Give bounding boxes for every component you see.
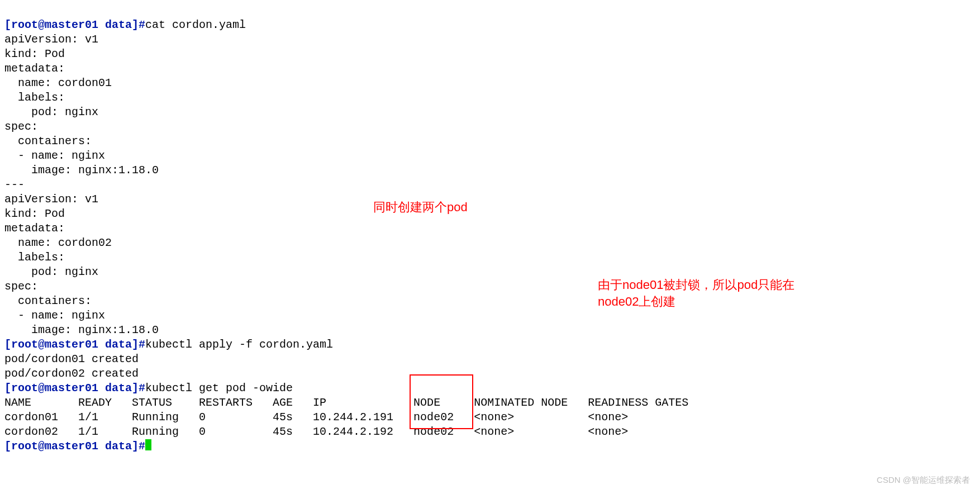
prompt: [root@master01 data]# bbox=[4, 338, 145, 351]
yaml-line: labels: bbox=[4, 91, 65, 104]
cursor-icon bbox=[145, 439, 151, 450]
cmd-apply: kubectl apply -f cordon.yaml bbox=[145, 338, 333, 351]
yaml-line: apiVersion: v1 bbox=[4, 193, 98, 206]
annotation-text-line: 由于node01被封锁，所以pod只能在 bbox=[598, 278, 795, 292]
yaml-line: metadata: bbox=[4, 222, 65, 235]
yaml-line: name: cordon02 bbox=[4, 236, 112, 249]
yaml-line: kind: Pod bbox=[4, 48, 65, 60]
yaml-line: apiVersion: v1 bbox=[4, 33, 98, 46]
yaml-line: - name: nginx bbox=[4, 149, 105, 162]
annotation-create-two-pods: 同时创建两个pod bbox=[373, 199, 468, 216]
prompt: [root@master01 data]# bbox=[4, 440, 145, 453]
yaml-line: --- bbox=[4, 178, 25, 191]
highlight-box-node bbox=[410, 374, 473, 429]
table-row: cordon01 1/1 Running 0 45s 10.244.2.191 … bbox=[4, 411, 628, 424]
yaml-line: containers: bbox=[4, 294, 92, 307]
annotation-node01-cordoned: 由于node01被封锁，所以pod只能在 node02上创建 bbox=[598, 277, 795, 310]
yaml-line: spec: bbox=[4, 280, 38, 293]
arrow-icon bbox=[0, 457, 980, 494]
yaml-line: - name: nginx bbox=[4, 309, 105, 322]
terminal[interactable]: [root@master01 data]#cat cordon.yaml api… bbox=[0, 0, 980, 457]
watermark-text: CSDN @智能运维探索者 bbox=[877, 473, 970, 487]
cmd-get: kubectl get pod -owide bbox=[145, 382, 293, 395]
yaml-line: containers: bbox=[4, 135, 92, 148]
annotation-text: 同时创建两个pod bbox=[373, 200, 468, 214]
yaml-line: pod: nginx bbox=[4, 106, 98, 118]
table-header: NAME READY STATUS RESTARTS AGE IP NODE N… bbox=[4, 396, 688, 409]
yaml-line: spec: bbox=[4, 120, 38, 133]
yaml-line: metadata: bbox=[4, 62, 65, 75]
table-row: cordon02 1/1 Running 0 45s 10.244.2.192 … bbox=[4, 425, 628, 438]
yaml-line: name: cordon01 bbox=[4, 77, 112, 89]
prompt: [root@master01 data]# bbox=[4, 382, 145, 395]
yaml-line: pod: nginx bbox=[4, 265, 98, 278]
yaml-line: image: nginx:1.18.0 bbox=[4, 164, 159, 177]
cmd-cat: cat cordon.yaml bbox=[145, 18, 246, 31]
apply-output: pod/cordon02 created bbox=[4, 367, 139, 380]
annotation-text-line: node02上创建 bbox=[598, 294, 675, 308]
yaml-line: labels: bbox=[4, 251, 65, 264]
apply-output: pod/cordon01 created bbox=[4, 353, 139, 365]
yaml-line: image: nginx:1.18.0 bbox=[4, 324, 159, 336]
yaml-line: kind: Pod bbox=[4, 207, 65, 220]
prompt: [root@master01 data]# bbox=[4, 18, 145, 31]
